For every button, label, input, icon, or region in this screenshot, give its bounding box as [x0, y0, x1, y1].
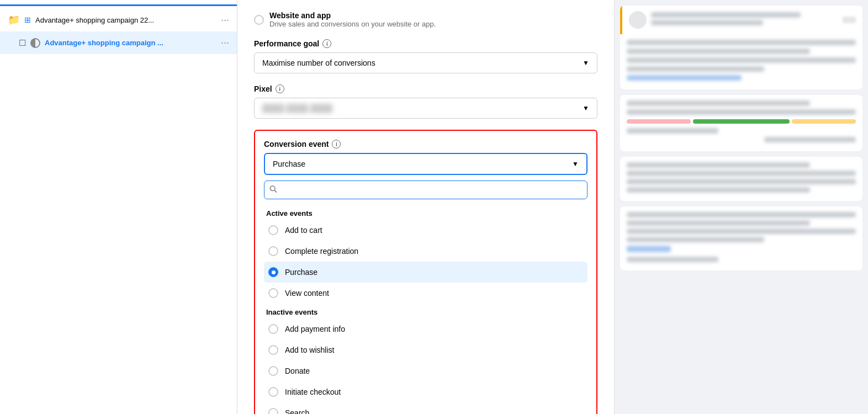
ad-preview-card-3: [620, 157, 862, 201]
add-to-cart-label: Add to cart: [285, 226, 322, 235]
adset-icon: ☐: [19, 38, 26, 48]
event-item-search[interactable]: Search: [264, 402, 588, 414]
pixel-arrow-icon: ▼: [583, 104, 589, 112]
progress-pink: [627, 119, 691, 124]
ad-header-text-1: [651, 12, 838, 28]
donate-label: Donate: [285, 367, 310, 375]
performance-goal-info-icon[interactable]: i: [322, 39, 331, 48]
performance-goal-field: Performance goal i Maximise number of co…: [254, 39, 597, 73]
ad-text-section-4: [620, 206, 862, 270]
add-to-wishlist-label: Add to wishlist: [285, 346, 334, 354]
ad3-line-3: [627, 179, 856, 184]
conversion-event-selected-value: Purchase: [273, 160, 305, 168]
ad4-line-5: [627, 257, 718, 262]
progress-yellow: [792, 119, 856, 124]
view-content-label: View content: [285, 289, 329, 298]
conversion-event-label: Conversion event i: [264, 140, 588, 148]
ad2-line-3: [627, 128, 718, 134]
ad-preview-card-2: [620, 95, 862, 151]
pixel-dropdown[interactable]: ████ ████ ████ ▼: [254, 98, 597, 119]
ad3-line-2: [627, 171, 856, 176]
ad-preview-header-1: [620, 6, 862, 34]
ad2-line-2: [627, 109, 856, 115]
search-event-radio[interactable]: [268, 408, 278, 414]
performance-goal-dropdown[interactable]: Maximise number of conversions ▼: [254, 52, 597, 73]
add-to-cart-radio[interactable]: [268, 225, 278, 235]
ad-text-line-4: [627, 66, 764, 72]
website-app-row: Website and app Drive sales and conversi…: [254, 11, 597, 28]
search-icon: [269, 185, 277, 195]
ad-name-line: [651, 12, 801, 18]
performance-goal-value: Maximise number of conversions: [262, 59, 375, 67]
website-app-description: Drive sales and conversions on your webs…: [269, 20, 436, 28]
ad2-line-1: [627, 100, 810, 106]
event-item-view-content[interactable]: View content: [264, 283, 588, 304]
website-app-text: Website and app Drive sales and conversi…: [269, 11, 436, 28]
ad-text-line-2: [627, 49, 810, 54]
ad4-cta: [627, 246, 671, 252]
initiate-checkout-radio[interactable]: [268, 387, 278, 397]
ad3-line-4: [627, 187, 810, 193]
inactive-events-label: Inactive events: [264, 304, 588, 319]
conversion-event-dropdown[interactable]: Purchase ▼: [264, 153, 588, 175]
ad-action-button: [843, 17, 856, 23]
add-payment-info-label: Add payment info: [285, 325, 345, 333]
sidebar-item-campaign-1[interactable]: 📁 ⊞ Advantage+ shopping campaign 22... ·…: [0, 8, 237, 31]
pixel-field: Pixel i ████ ████ ████ ▼: [254, 84, 597, 119]
sidebar-item-campaign-2[interactable]: ☐ Advantage+ shopping campaign ... ···: [0, 31, 237, 54]
ad4-line-3: [627, 229, 856, 234]
event-item-add-payment-info[interactable]: Add payment info: [264, 319, 588, 339]
progress-green: [693, 119, 789, 124]
grid-icon: ⊞: [24, 15, 31, 24]
ad-text-line-1: [627, 40, 856, 45]
campaign-2-more-button[interactable]: ···: [221, 37, 229, 49]
search-container: [264, 181, 588, 199]
ad-text-section-3: [620, 157, 862, 201]
website-app-radio[interactable]: [254, 15, 264, 25]
ad-text-line-3: [627, 57, 856, 63]
pixel-info-icon[interactable]: i: [276, 84, 284, 93]
search-input[interactable]: [264, 181, 588, 199]
event-item-complete-registration[interactable]: Complete registration: [264, 241, 588, 262]
event-item-add-to-cart[interactable]: Add to cart: [264, 220, 588, 241]
view-content-radio[interactable]: [268, 288, 278, 298]
campaign-1-label: Advantage+ shopping campaign 22...: [35, 16, 216, 24]
conversion-event-section: Conversion event i Purchase ▼ Active eve…: [254, 130, 597, 414]
purchase-radio[interactable]: [268, 267, 278, 277]
ad-link-line: [627, 75, 742, 81]
conversion-event-info-icon[interactable]: i: [332, 140, 341, 148]
pixel-label: Pixel i: [254, 84, 597, 93]
ad-content-2: [620, 95, 862, 151]
active-events-label: Active events: [264, 205, 588, 220]
ad-avatar-1: [629, 11, 647, 29]
pixel-value: ████ ████ ████: [262, 104, 332, 113]
complete-registration-label: Complete registration: [285, 247, 358, 256]
ad-preview-card-1: [620, 6, 862, 89]
ad4-line-4: [627, 237, 764, 242]
performance-goal-arrow-icon: ▼: [583, 59, 589, 67]
ad3-line-1: [627, 162, 810, 168]
add-to-wishlist-radio[interactable]: [268, 345, 278, 355]
add-payment-info-radio[interactable]: [268, 324, 278, 334]
conversion-event-arrow-icon: ▼: [572, 160, 579, 168]
complete-registration-radio[interactable]: [268, 246, 278, 256]
svg-line-1: [274, 190, 277, 193]
event-item-purchase[interactable]: Purchase: [264, 262, 588, 283]
ad4-line-2: [627, 220, 810, 226]
progress-bar-row: [627, 119, 856, 124]
campaign-1-more-button[interactable]: ···: [221, 14, 229, 26]
website-app-title: Website and app: [269, 11, 436, 20]
event-item-donate[interactable]: Donate: [264, 360, 588, 381]
ad-sub-line: [651, 20, 763, 25]
ad-preview-card-4: [620, 206, 862, 270]
ad-content-1: [620, 34, 862, 89]
event-item-initiate-checkout[interactable]: Initiate checkout: [264, 381, 588, 402]
sidebar: 📁 ⊞ Advantage+ shopping campaign 22... ·…: [0, 0, 237, 414]
donate-radio[interactable]: [268, 366, 278, 376]
performance-goal-label: Performance goal i: [254, 39, 597, 48]
ad4-line-1: [627, 212, 856, 217]
initiate-checkout-label: Initiate checkout: [285, 388, 341, 396]
campaign-2-label: Advantage+ shopping campaign ...: [45, 39, 216, 47]
event-item-add-to-wishlist[interactable]: Add to wishlist: [264, 339, 588, 360]
half-circle-icon: [30, 38, 40, 48]
